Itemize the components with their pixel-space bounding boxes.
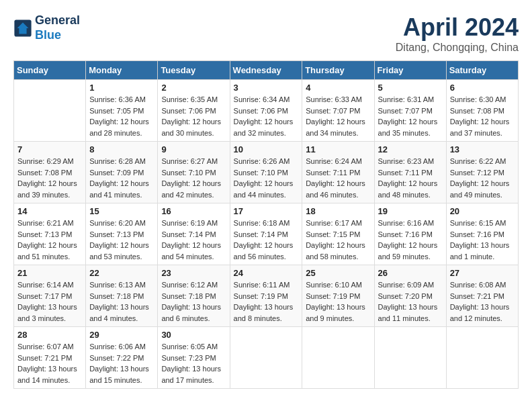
day-cell: 2Sunrise: 6:35 AM Sunset: 7:06 PM Daylig… [158, 80, 230, 142]
day-cell: 13Sunrise: 6:22 AM Sunset: 7:12 PM Dayli… [446, 142, 518, 203]
month-title: April 2024 [396, 13, 519, 42]
day-number: 25 [306, 268, 370, 278]
day-number: 18 [306, 206, 370, 216]
day-cell: 3Sunrise: 6:34 AM Sunset: 7:06 PM Daylig… [230, 80, 302, 142]
day-info: Sunrise: 6:27 AM Sunset: 7:10 PM Dayligh… [161, 156, 226, 200]
day-info: Sunrise: 6:08 AM Sunset: 7:21 PM Dayligh… [450, 279, 515, 324]
day-number: 16 [161, 206, 226, 216]
day-info: Sunrise: 6:30 AM Sunset: 7:08 PM Dayligh… [450, 94, 515, 138]
day-number: 30 [161, 330, 226, 340]
day-cell: 9Sunrise: 6:27 AM Sunset: 7:10 PM Daylig… [158, 142, 230, 203]
title-block: April 2024 Ditang, Chongqing, China [396, 13, 519, 54]
day-number: 20 [450, 206, 515, 216]
week-row-2: 7Sunrise: 6:29 AM Sunset: 7:08 PM Daylig… [14, 142, 519, 203]
day-number: 21 [17, 268, 82, 278]
day-cell [14, 80, 86, 142]
day-cell [446, 327, 518, 389]
day-number: 17 [234, 206, 299, 216]
day-cell: 28Sunrise: 6:07 AM Sunset: 7:21 PM Dayli… [14, 327, 86, 389]
day-number: 22 [89, 268, 154, 278]
day-info: Sunrise: 6:07 AM Sunset: 7:21 PM Dayligh… [17, 341, 82, 385]
day-info: Sunrise: 6:33 AM Sunset: 7:07 PM Dayligh… [306, 94, 370, 138]
week-row-3: 14Sunrise: 6:21 AM Sunset: 7:13 PM Dayli… [14, 203, 519, 265]
day-cell: 27Sunrise: 6:08 AM Sunset: 7:21 PM Dayli… [446, 265, 518, 327]
day-info: Sunrise: 6:10 AM Sunset: 7:19 PM Dayligh… [306, 279, 370, 324]
col-header-friday: Friday [374, 61, 446, 80]
day-number: 14 [17, 206, 82, 216]
day-info: Sunrise: 6:12 AM Sunset: 7:18 PM Dayligh… [161, 279, 226, 324]
day-number: 12 [378, 144, 443, 154]
day-cell: 26Sunrise: 6:09 AM Sunset: 7:20 PM Dayli… [374, 265, 446, 327]
day-info: Sunrise: 6:16 AM Sunset: 7:16 PM Dayligh… [378, 218, 443, 262]
day-cell: 22Sunrise: 6:13 AM Sunset: 7:18 PM Dayli… [86, 265, 158, 327]
day-cell: 23Sunrise: 6:12 AM Sunset: 7:18 PM Dayli… [158, 265, 230, 327]
col-header-monday: Monday [86, 61, 158, 80]
week-row-4: 21Sunrise: 6:14 AM Sunset: 7:17 PM Dayli… [14, 265, 519, 327]
day-number: 1 [89, 83, 154, 93]
day-cell: 10Sunrise: 6:26 AM Sunset: 7:10 PM Dayli… [230, 142, 302, 203]
day-cell: 29Sunrise: 6:06 AM Sunset: 7:22 PM Dayli… [86, 327, 158, 389]
day-number: 10 [234, 144, 299, 154]
day-cell [230, 327, 302, 389]
col-header-thursday: Thursday [302, 61, 374, 80]
day-number: 26 [378, 268, 443, 278]
day-cell: 24Sunrise: 6:11 AM Sunset: 7:19 PM Dayli… [230, 265, 302, 327]
day-cell: 5Sunrise: 6:31 AM Sunset: 7:07 PM Daylig… [374, 80, 446, 142]
day-cell: 7Sunrise: 6:29 AM Sunset: 7:08 PM Daylig… [14, 142, 86, 203]
day-number: 15 [89, 206, 154, 216]
col-header-sunday: Sunday [14, 61, 86, 80]
day-info: Sunrise: 6:06 AM Sunset: 7:22 PM Dayligh… [89, 341, 154, 385]
day-info: Sunrise: 6:18 AM Sunset: 7:14 PM Dayligh… [234, 218, 299, 262]
logo-text-line1: General [35, 13, 80, 28]
day-info: Sunrise: 6:17 AM Sunset: 7:15 PM Dayligh… [306, 218, 370, 262]
day-cell: 14Sunrise: 6:21 AM Sunset: 7:13 PM Dayli… [14, 203, 86, 265]
location-subtitle: Ditang, Chongqing, China [396, 42, 519, 54]
day-cell: 20Sunrise: 6:15 AM Sunset: 7:16 PM Dayli… [446, 203, 518, 265]
day-number: 8 [89, 144, 154, 154]
logo-text-line2: Blue [35, 28, 80, 43]
day-cell: 16Sunrise: 6:19 AM Sunset: 7:14 PM Dayli… [158, 203, 230, 265]
day-cell: 30Sunrise: 6:05 AM Sunset: 7:23 PM Dayli… [158, 327, 230, 389]
day-cell [302, 327, 374, 389]
day-cell: 25Sunrise: 6:10 AM Sunset: 7:19 PM Dayli… [302, 265, 374, 327]
day-number: 6 [450, 83, 515, 93]
day-info: Sunrise: 6:36 AM Sunset: 7:05 PM Dayligh… [89, 94, 154, 138]
week-row-5: 28Sunrise: 6:07 AM Sunset: 7:21 PM Dayli… [14, 327, 519, 389]
calendar-table: SundayMondayTuesdayWednesdayThursdayFrid… [13, 60, 519, 389]
day-number: 4 [306, 83, 370, 93]
col-header-wednesday: Wednesday [230, 61, 302, 80]
col-header-saturday: Saturday [446, 61, 518, 80]
day-number: 28 [17, 330, 82, 340]
day-cell: 8Sunrise: 6:28 AM Sunset: 7:09 PM Daylig… [86, 142, 158, 203]
day-cell: 6Sunrise: 6:30 AM Sunset: 7:08 PM Daylig… [446, 80, 518, 142]
day-number: 29 [89, 330, 154, 340]
day-number: 2 [161, 83, 226, 93]
day-number: 11 [306, 144, 370, 154]
day-cell: 17Sunrise: 6:18 AM Sunset: 7:14 PM Dayli… [230, 203, 302, 265]
day-info: Sunrise: 6:21 AM Sunset: 7:13 PM Dayligh… [17, 218, 82, 262]
day-number: 3 [234, 83, 299, 93]
day-cell: 15Sunrise: 6:20 AM Sunset: 7:13 PM Dayli… [86, 203, 158, 265]
logo-icon [13, 19, 32, 38]
col-header-tuesday: Tuesday [158, 61, 230, 80]
day-number: 5 [378, 83, 443, 93]
day-number: 13 [450, 144, 515, 154]
day-info: Sunrise: 6:11 AM Sunset: 7:19 PM Dayligh… [234, 279, 299, 324]
calendar-header-row: SundayMondayTuesdayWednesdayThursdayFrid… [14, 61, 519, 80]
day-cell: 18Sunrise: 6:17 AM Sunset: 7:15 PM Dayli… [302, 203, 374, 265]
day-info: Sunrise: 6:22 AM Sunset: 7:12 PM Dayligh… [450, 156, 515, 200]
day-info: Sunrise: 6:20 AM Sunset: 7:13 PM Dayligh… [89, 218, 154, 262]
day-info: Sunrise: 6:09 AM Sunset: 7:20 PM Dayligh… [378, 279, 443, 324]
day-number: 9 [161, 144, 226, 154]
day-cell: 19Sunrise: 6:16 AM Sunset: 7:16 PM Dayli… [374, 203, 446, 265]
logo: General Blue [13, 13, 80, 42]
day-cell [374, 327, 446, 389]
day-cell: 1Sunrise: 6:36 AM Sunset: 7:05 PM Daylig… [86, 80, 158, 142]
day-info: Sunrise: 6:19 AM Sunset: 7:14 PM Dayligh… [161, 218, 226, 262]
day-info: Sunrise: 6:14 AM Sunset: 7:17 PM Dayligh… [17, 279, 82, 324]
day-cell: 12Sunrise: 6:23 AM Sunset: 7:11 PM Dayli… [374, 142, 446, 203]
day-info: Sunrise: 6:15 AM Sunset: 7:16 PM Dayligh… [450, 218, 515, 262]
day-number: 19 [378, 206, 443, 216]
day-number: 23 [161, 268, 226, 278]
day-info: Sunrise: 6:35 AM Sunset: 7:06 PM Dayligh… [161, 94, 226, 138]
